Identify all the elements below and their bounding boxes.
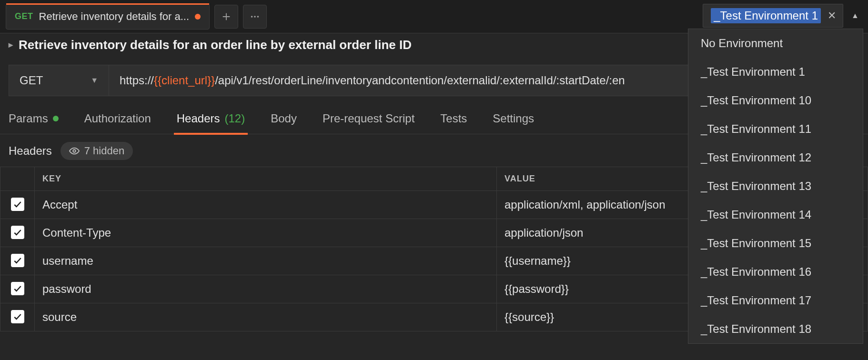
tab-authorization-label: Authorization <box>84 112 151 125</box>
chevron-down-icon: ▼ <box>91 76 98 85</box>
tab-prerequest[interactable]: Pre-request Script <box>323 112 414 127</box>
tab-headers-label: Headers <box>177 112 220 125</box>
col-key: KEY <box>35 167 497 191</box>
environment-dropdown-toggle[interactable]: ▲ <box>847 4 863 28</box>
svg-point-1 <box>254 16 256 18</box>
header-key-cell[interactable]: Content-Type <box>35 219 497 247</box>
tab-options-button[interactable] <box>243 5 267 29</box>
tab-headers-count: (12) <box>225 112 245 125</box>
tab-authorization[interactable]: Authorization <box>84 112 151 127</box>
toggle-hidden-headers[interactable]: 7 hidden <box>61 142 133 160</box>
url-suffix: /api/v1/rest/orderLine/inventoryandconte… <box>215 74 625 87</box>
tab-headers[interactable]: Headers (12) <box>177 112 245 127</box>
col-enable <box>0 167 35 191</box>
environment-chip[interactable]: _Test Environment 1 ✕ <box>703 4 843 28</box>
checkbox-checked-icon <box>11 198 24 211</box>
environment-dropdown: No Environment_Test Environment 1_Test E… <box>688 29 863 344</box>
checkbox-checked-icon <box>11 282 24 295</box>
environment-option[interactable]: _Test Environment 13 <box>688 172 863 200</box>
tab-settings-label: Settings <box>493 112 534 125</box>
tab-body[interactable]: Body <box>271 112 297 127</box>
header-key-cell[interactable]: username <box>35 247 497 275</box>
svg-point-3 <box>73 150 76 152</box>
environment-option[interactable]: _Test Environment 1 <box>688 58 863 86</box>
request-title: Retrieve inventory details for an order … <box>19 38 412 52</box>
tab-method-badge: GET <box>15 11 33 21</box>
tab-tests-label: Tests <box>440 112 467 125</box>
unsaved-indicator-icon <box>195 14 201 20</box>
hidden-count-label: 7 hidden <box>84 145 124 157</box>
clear-environment-icon[interactable]: ✕ <box>828 10 836 22</box>
collapse-caret-icon[interactable]: ▸ <box>9 40 13 50</box>
environment-option[interactable]: _Test Environment 15 <box>688 229 863 258</box>
request-tab[interactable]: GET Retrieve inventory details for a... <box>6 4 210 30</box>
environment-option[interactable]: _Test Environment 12 <box>688 143 863 172</box>
environment-selector: _Test Environment 1 ✕ ▲ <box>703 4 863 28</box>
row-enable-cell[interactable] <box>0 303 35 331</box>
tab-title: Retrieve inventory details for a... <box>39 10 189 23</box>
environment-option[interactable]: _Test Environment 17 <box>688 286 863 315</box>
tab-params[interactable]: Params <box>9 112 59 127</box>
tab-params-label: Params <box>9 112 48 125</box>
environment-option[interactable]: _Test Environment 16 <box>688 258 863 286</box>
headers-label: Headers <box>9 144 52 158</box>
http-method-value: GET <box>20 74 43 87</box>
checkbox-checked-icon <box>11 226 24 239</box>
environment-option[interactable]: No Environment <box>688 29 863 58</box>
http-method-select[interactable]: GET ▼ <box>9 65 109 96</box>
svg-point-0 <box>251 16 253 18</box>
tab-tests[interactable]: Tests <box>440 112 467 127</box>
plus-icon <box>221 11 232 22</box>
row-enable-cell[interactable] <box>0 219 35 247</box>
new-tab-button[interactable] <box>214 5 238 29</box>
tab-body-label: Body <box>271 112 297 125</box>
checkbox-checked-icon <box>11 310 24 323</box>
params-active-dot-icon <box>53 116 59 121</box>
url-prefix: https:// <box>120 74 154 87</box>
row-enable-cell[interactable] <box>0 247 35 275</box>
header-key-cell[interactable]: Accept <box>35 191 497 219</box>
header-key-cell[interactable]: password <box>35 275 497 303</box>
environment-option[interactable]: _Test Environment 18 <box>688 315 863 343</box>
row-enable-cell[interactable] <box>0 191 35 219</box>
url-variable: {{client_url}} <box>154 74 215 87</box>
chevron-up-icon: ▲ <box>851 11 859 20</box>
environment-option[interactable]: _Test Environment 10 <box>688 86 863 115</box>
tab-prerequest-label: Pre-request Script <box>323 112 414 125</box>
tab-settings[interactable]: Settings <box>493 112 534 127</box>
environment-option[interactable]: _Test Environment 14 <box>688 200 863 229</box>
environment-selected: _Test Environment 1 <box>711 8 821 23</box>
row-enable-cell[interactable] <box>0 275 35 303</box>
more-horizontal-icon <box>250 11 260 22</box>
header-key-cell[interactable]: source <box>35 303 497 331</box>
eye-icon <box>69 146 80 156</box>
environment-option[interactable]: _Test Environment 11 <box>688 115 863 143</box>
checkbox-checked-icon <box>11 254 24 267</box>
svg-point-2 <box>257 16 259 18</box>
